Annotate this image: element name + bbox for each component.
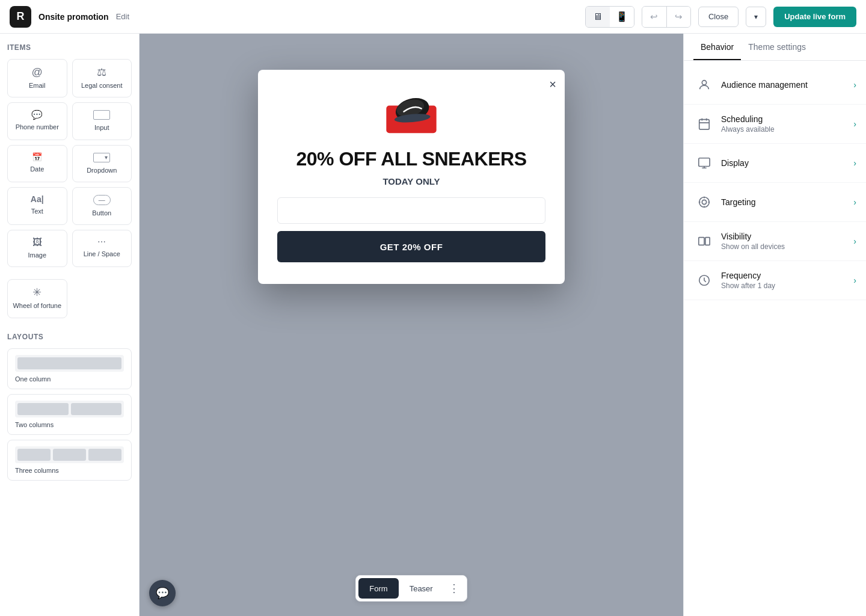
chat-fab-button[interactable]: 💬	[149, 580, 176, 606]
layout-col	[71, 403, 122, 415]
item-wheel-fortune[interactable]: ✳ Wheel of fortune	[7, 279, 67, 318]
item-line-space-label: Line / Space	[84, 250, 120, 258]
layout-two-columns-preview	[15, 401, 124, 417]
sneaker-image	[381, 89, 441, 137]
item-email[interactable]: @ Email	[7, 59, 67, 97]
edit-link[interactable]: Edit	[116, 12, 129, 21]
mobile-view-button[interactable]: 📱	[610, 7, 634, 27]
item-line-space[interactable]: ⋯ Line / Space	[72, 230, 132, 267]
modal-email-input[interactable]	[277, 197, 545, 224]
logo: R	[10, 6, 31, 28]
wheel-fortune-icon: ✳	[32, 287, 41, 298]
desktop-view-button[interactable]: 🖥	[586, 7, 610, 27]
behavior-scheduling[interactable]: Scheduling Always available ›	[684, 105, 866, 144]
tab-form-button[interactable]: Form	[358, 578, 398, 599]
tab-behavior[interactable]: Behavior	[693, 34, 741, 60]
layout-col	[88, 449, 121, 461]
item-input-label: Input	[94, 123, 109, 132]
scheduling-icon	[693, 113, 715, 135]
item-image-label: Image	[28, 251, 46, 259]
tab-teaser-button[interactable]: Teaser	[399, 578, 444, 599]
close-button[interactable]: Close	[698, 7, 739, 27]
modal-close-button[interactable]: ×	[549, 78, 556, 90]
tab-theme-settings[interactable]: Theme settings	[741, 34, 813, 60]
layout-one-column[interactable]: One column	[7, 348, 132, 389]
item-legal-consent-label: Legal consent	[81, 81, 123, 90]
behavior-targeting[interactable]: Targeting ›	[684, 183, 866, 222]
visibility-text: Visibility Show on all devices	[721, 232, 853, 251]
line-space-icon: ⋯	[97, 238, 106, 246]
svg-rect-9	[699, 238, 704, 245]
item-button-label: Button	[92, 209, 111, 217]
layout-list: One column Two columns Three columns	[7, 348, 132, 481]
text-icon: Aa|	[31, 195, 44, 203]
svg-rect-6	[699, 158, 710, 167]
items-grid: @ Email ⚖ Legal consent 💬 Phone number I…	[7, 59, 132, 267]
right-sidebar: Behavior Theme settings Audience managem…	[683, 34, 866, 616]
behavior-frequency[interactable]: Frequency Show after 1 day ›	[684, 261, 866, 300]
visibility-arrow-icon: ›	[853, 236, 856, 246]
button-icon: —	[93, 195, 111, 205]
scheduling-text: Scheduling Always available	[721, 114, 853, 134]
svg-rect-10	[705, 238, 710, 245]
svg-rect-5	[699, 120, 710, 130]
item-wheel-fortune-label: Wheel of fortune	[13, 301, 61, 310]
svg-point-8	[702, 200, 706, 204]
layout-three-columns-preview	[15, 446, 124, 463]
layout-col	[17, 403, 69, 415]
visibility-icon	[693, 230, 715, 252]
display-name: Display	[721, 158, 853, 168]
item-legal-consent[interactable]: ⚖ Legal consent	[72, 59, 132, 97]
undo-redo-controls: ↩ ↪	[642, 6, 691, 28]
legal-consent-icon: ⚖	[97, 67, 106, 78]
svg-point-4	[702, 81, 706, 85]
item-text-label: Text	[31, 207, 43, 215]
item-phone-number-label: Phone number	[16, 123, 59, 131]
layouts-section-title: Layouts	[7, 333, 132, 341]
targeting-arrow-icon: ›	[853, 197, 856, 207]
behavior-audience[interactable]: Audience management ›	[684, 66, 866, 105]
svg-point-7	[699, 197, 710, 208]
tab-more-button[interactable]: ⋮	[444, 578, 464, 599]
behavior-visibility[interactable]: Visibility Show on all devices ›	[684, 222, 866, 261]
topnav: R Onsite promotion Edit 🖥 📱 ↩ ↪ Close ▾ …	[0, 0, 866, 34]
item-date[interactable]: 📅 Date	[7, 145, 67, 182]
audience-icon	[693, 74, 715, 96]
layout-three-columns-label: Three columns	[15, 467, 124, 474]
scheduling-sub: Always available	[721, 125, 853, 134]
visibility-sub: Show on all devices	[721, 242, 853, 251]
canvas-area: × 20% OFF ALL SNEAKERS TOD	[140, 34, 683, 616]
scheduling-arrow-icon: ›	[853, 119, 856, 129]
image-icon: 🖼	[32, 238, 42, 247]
item-phone-number[interactable]: 💬 Phone number	[7, 102, 67, 140]
display-text: Display	[721, 158, 853, 168]
app-title: Onsite promotion	[38, 12, 109, 22]
modal-cta-button[interactable]: GET 20% OFF	[277, 231, 545, 262]
layout-three-columns[interactable]: Three columns	[7, 440, 132, 481]
scheduling-name: Scheduling	[721, 114, 853, 124]
frequency-arrow-icon: ›	[853, 276, 856, 285]
update-live-form-button[interactable]: Update live form	[773, 7, 856, 27]
layout-two-columns[interactable]: Two columns	[7, 394, 132, 435]
item-dropdown[interactable]: ▾ Dropdown	[72, 145, 132, 182]
modal-subtext: TODAY ONLY	[277, 176, 545, 186]
layout-col	[17, 449, 51, 461]
item-image[interactable]: 🖼 Image	[7, 230, 67, 267]
view-toggle: 🖥 📱	[585, 6, 634, 28]
frequency-text: Frequency Show after 1 day	[721, 271, 853, 290]
behavior-display[interactable]: Display ›	[684, 144, 866, 183]
item-input[interactable]: Input	[72, 102, 132, 140]
modal-headline: 20% OFF ALL SNEAKERS	[277, 148, 545, 170]
item-button[interactable]: — Button	[72, 187, 132, 225]
modal-image-area	[277, 89, 545, 137]
redo-button[interactable]: ↪	[666, 7, 690, 27]
undo-button[interactable]: ↩	[642, 7, 666, 27]
layout-col	[17, 357, 121, 369]
date-icon: 📅	[32, 153, 42, 161]
audience-arrow-icon: ›	[853, 80, 856, 90]
behavior-list: Audience management › Scheduling Always …	[684, 61, 866, 305]
item-text[interactable]: Aa| Text	[7, 187, 67, 225]
frequency-name: Frequency	[721, 271, 853, 280]
item-dropdown-label: Dropdown	[87, 166, 117, 174]
dropdown-button[interactable]: ▾	[746, 7, 766, 27]
